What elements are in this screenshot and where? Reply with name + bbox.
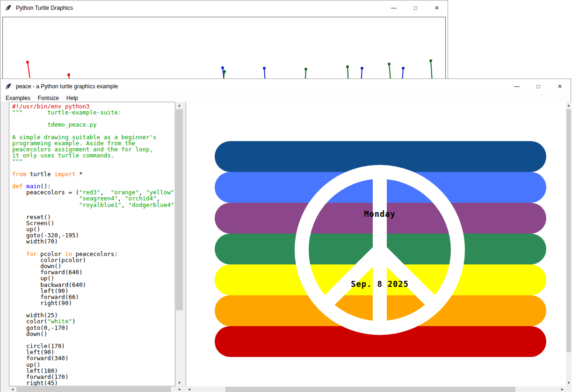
code-vscroll-thumb[interactable] — [176, 109, 183, 310]
scroll-left-icon[interactable]: ◄ — [9, 386, 16, 392]
window-controls-back: — □ ✕ — [383, 0, 448, 15]
window-controls-front: — □ ✕ — [506, 79, 571, 94]
canvas-vertical-scrollbar[interactable]: ▲ ▼ — [566, 102, 572, 386]
close-button-front[interactable]: ✕ — [549, 79, 571, 94]
figure-head — [346, 65, 349, 68]
window-title-front: peace - a Python turtle graphics example — [16, 83, 118, 90]
code-line: right(90) — [12, 300, 175, 306]
canvas-horizontal-scrollbar[interactable]: ◄ ► — [186, 386, 566, 392]
minimize-icon: — — [391, 5, 397, 11]
content-area: #!/usr/bin/env python3""" turtle-example… — [0, 102, 571, 392]
maximize-icon: □ — [413, 5, 417, 11]
code-line: down() — [12, 331, 175, 337]
menu-fontsize[interactable]: Fontsize — [34, 94, 63, 102]
code-horizontal-scrollbar[interactable]: ◄ ► — [9, 386, 183, 392]
scroll-down-icon[interactable]: ▼ — [175, 379, 183, 386]
close-icon: ✕ — [434, 5, 439, 11]
maximize-button-back[interactable]: □ — [405, 0, 426, 15]
close-button-back[interactable]: ✕ — [426, 0, 448, 15]
figure-head — [223, 70, 226, 73]
figure-head — [429, 59, 432, 62]
scroll-down-icon[interactable]: ▼ — [566, 379, 572, 386]
minimize-icon: — — [514, 83, 520, 90]
menu-help[interactable]: Help — [63, 94, 82, 102]
figure-head — [263, 67, 266, 70]
canvas-vscroll-thumb[interactable] — [566, 109, 571, 352]
window-peace-example: peace - a Python turtle graphics example… — [0, 78, 571, 392]
code-line: """ turtle-example-suite: — [12, 109, 175, 115]
peace-symbol — [186, 102, 566, 386]
minimize-button-front[interactable]: — — [506, 79, 528, 94]
figure-stem — [389, 64, 391, 80]
menubar: Examples Fontsize Help — [0, 94, 571, 102]
figure-head — [304, 68, 307, 71]
code-line: tdemo_peace.py — [12, 121, 175, 128]
figure-stem — [347, 67, 348, 80]
figure-head — [221, 66, 224, 69]
scroll-left-icon[interactable]: ◄ — [186, 386, 193, 392]
figure-head — [361, 67, 363, 70]
maximize-icon: □ — [536, 83, 540, 90]
scrollbar-corner — [566, 386, 572, 392]
scroll-right-icon[interactable]: ► — [559, 386, 566, 392]
figure-head — [26, 61, 29, 64]
figure-head — [402, 67, 405, 70]
minimize-button-back[interactable]: — — [383, 0, 405, 15]
figure-stem — [430, 61, 432, 80]
date-label: Sep. 8 2025 — [351, 279, 409, 289]
scroll-up-icon[interactable]: ▲ — [566, 102, 572, 109]
figure-head — [388, 63, 391, 65]
close-icon: ✕ — [558, 83, 562, 90]
code-line: """ — [12, 158, 175, 164]
code-text[interactable]: #!/usr/bin/env python3""" turtle-example… — [9, 102, 175, 386]
code-vertical-scrollbar[interactable]: ▲ ▼ — [175, 102, 183, 386]
figure-stem — [27, 62, 30, 78]
window-title-back: Python Turtle Graphics — [16, 5, 73, 11]
canvas-hscroll-thumb[interactable] — [225, 387, 515, 392]
scroll-right-icon[interactable]: ► — [176, 386, 183, 392]
code-hscroll-thumb[interactable] — [16, 387, 171, 392]
code-line: "royalblue1", "dodgerblue4") — [12, 202, 175, 208]
code-line: from turtle import * — [12, 171, 175, 177]
scroll-up-icon[interactable]: ▲ — [175, 102, 183, 109]
maximize-button-front[interactable]: □ — [528, 79, 549, 94]
menu-examples[interactable]: Examples — [2, 94, 34, 102]
turtle-app-icon — [5, 4, 12, 12]
titlebar-back[interactable]: Python Turtle Graphics — □ ✕ — [0, 0, 448, 15]
turtle-app-icon — [5, 83, 12, 90]
code-line: width(70) — [12, 238, 175, 244]
titlebar-front[interactable]: peace - a Python turtle graphics example… — [0, 79, 571, 94]
peace-canvas: Monday Sep. 8 2025 — [186, 102, 566, 386]
code-line: it only uses turtle commands. — [12, 152, 175, 158]
weekday-label: Monday — [364, 209, 395, 219]
figure-head — [67, 73, 70, 76]
